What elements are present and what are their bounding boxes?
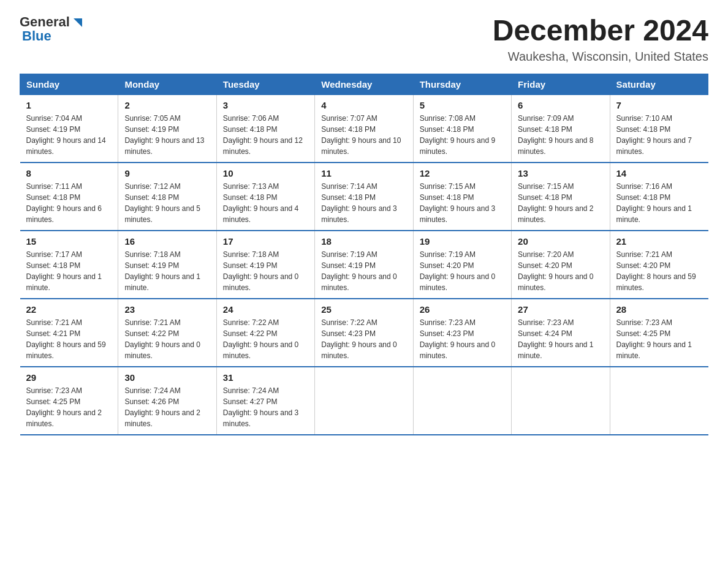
day-cell: 10 Sunrise: 7:13 AMSunset: 4:18 PMDaylig… xyxy=(216,163,314,231)
day-number: 1 xyxy=(26,100,112,110)
day-cell: 14 Sunrise: 7:16 AMSunset: 4:18 PMDaylig… xyxy=(610,163,708,231)
day-number: 25 xyxy=(321,304,406,315)
day-cell: 26 Sunrise: 7:23 AMSunset: 4:23 PMDaylig… xyxy=(413,299,511,367)
day-info: Sunrise: 7:23 AMSunset: 4:23 PMDaylight:… xyxy=(420,317,505,361)
day-cell: 16 Sunrise: 7:18 AMSunset: 4:19 PMDaylig… xyxy=(118,231,216,299)
day-info: Sunrise: 7:21 AMSunset: 4:21 PMDaylight:… xyxy=(26,317,112,361)
day-number: 7 xyxy=(616,100,702,110)
column-header-sunday: Sunday xyxy=(20,74,118,94)
day-info: Sunrise: 7:15 AMSunset: 4:18 PMDaylight:… xyxy=(518,181,603,225)
day-info: Sunrise: 7:16 AMSunset: 4:18 PMDaylight:… xyxy=(616,181,702,225)
day-cell: 12 Sunrise: 7:15 AMSunset: 4:18 PMDaylig… xyxy=(413,163,511,231)
location-text: Waukesha, Wisconsin, United States xyxy=(493,50,708,64)
day-number: 28 xyxy=(616,304,702,315)
column-header-friday: Friday xyxy=(512,74,610,94)
day-number: 19 xyxy=(420,236,505,247)
week-row-1: 1 Sunrise: 7:04 AMSunset: 4:19 PMDayligh… xyxy=(20,94,708,163)
day-cell: 31 Sunrise: 7:24 AMSunset: 4:27 PMDaylig… xyxy=(216,367,314,435)
day-info: Sunrise: 7:15 AMSunset: 4:18 PMDaylight:… xyxy=(420,181,505,225)
column-header-monday: Monday xyxy=(118,74,216,94)
calendar-body: 1 Sunrise: 7:04 AMSunset: 4:19 PMDayligh… xyxy=(20,94,708,435)
day-number: 4 xyxy=(321,100,406,110)
logo-triangle-icon xyxy=(71,16,85,29)
week-row-3: 15 Sunrise: 7:17 AMSunset: 4:18 PMDaylig… xyxy=(20,231,708,299)
day-cell: 19 Sunrise: 7:19 AMSunset: 4:20 PMDaylig… xyxy=(413,231,511,299)
day-cell: 24 Sunrise: 7:22 AMSunset: 4:22 PMDaylig… xyxy=(216,299,314,367)
day-info: Sunrise: 7:23 AMSunset: 4:25 PMDaylight:… xyxy=(26,385,112,429)
day-info: Sunrise: 7:06 AMSunset: 4:18 PMDaylight:… xyxy=(223,113,308,157)
day-number: 16 xyxy=(124,236,210,247)
logo: General Blue xyxy=(20,15,85,43)
day-number: 11 xyxy=(321,168,406,178)
day-number: 20 xyxy=(518,236,603,247)
day-info: Sunrise: 7:13 AMSunset: 4:18 PMDaylight:… xyxy=(223,181,308,225)
day-info: Sunrise: 7:09 AMSunset: 4:18 PMDaylight:… xyxy=(518,113,603,157)
week-row-2: 8 Sunrise: 7:11 AMSunset: 4:18 PMDayligh… xyxy=(20,163,708,231)
day-cell: 2 Sunrise: 7:05 AMSunset: 4:19 PMDayligh… xyxy=(118,94,216,163)
day-cell: 8 Sunrise: 7:11 AMSunset: 4:18 PMDayligh… xyxy=(20,163,118,231)
day-cell: 17 Sunrise: 7:18 AMSunset: 4:19 PMDaylig… xyxy=(216,231,314,299)
day-cell: 11 Sunrise: 7:14 AMSunset: 4:18 PMDaylig… xyxy=(315,163,413,231)
day-info: Sunrise: 7:18 AMSunset: 4:19 PMDaylight:… xyxy=(223,249,308,293)
day-number: 24 xyxy=(223,304,308,315)
day-cell: 7 Sunrise: 7:10 AMSunset: 4:18 PMDayligh… xyxy=(610,94,708,163)
day-cell: 28 Sunrise: 7:23 AMSunset: 4:25 PMDaylig… xyxy=(610,299,708,367)
calendar-table: SundayMondayTuesdayWednesdayThursdayFrid… xyxy=(20,74,708,435)
day-cell xyxy=(413,367,511,435)
day-number: 3 xyxy=(223,100,308,110)
day-info: Sunrise: 7:23 AMSunset: 4:24 PMDaylight:… xyxy=(518,317,603,361)
svg-marker-0 xyxy=(74,18,82,27)
day-info: Sunrise: 7:24 AMSunset: 4:27 PMDaylight:… xyxy=(223,385,308,429)
day-cell: 6 Sunrise: 7:09 AMSunset: 4:18 PMDayligh… xyxy=(512,94,610,163)
day-number: 21 xyxy=(616,236,702,247)
day-number: 13 xyxy=(518,168,603,178)
day-info: Sunrise: 7:04 AMSunset: 4:19 PMDaylight:… xyxy=(26,113,112,157)
day-info: Sunrise: 7:14 AMSunset: 4:18 PMDaylight:… xyxy=(321,181,406,225)
logo-general-text: General xyxy=(20,15,70,29)
day-number: 6 xyxy=(518,100,603,110)
day-info: Sunrise: 7:08 AMSunset: 4:18 PMDaylight:… xyxy=(420,113,505,157)
column-header-wednesday: Wednesday xyxy=(315,74,413,94)
column-header-thursday: Thursday xyxy=(413,74,511,94)
day-info: Sunrise: 7:22 AMSunset: 4:23 PMDaylight:… xyxy=(321,317,406,361)
day-info: Sunrise: 7:05 AMSunset: 4:19 PMDaylight:… xyxy=(124,113,210,157)
day-cell: 21 Sunrise: 7:21 AMSunset: 4:20 PMDaylig… xyxy=(610,231,708,299)
day-cell: 18 Sunrise: 7:19 AMSunset: 4:19 PMDaylig… xyxy=(315,231,413,299)
column-header-tuesday: Tuesday xyxy=(216,74,314,94)
day-cell: 4 Sunrise: 7:07 AMSunset: 4:18 PMDayligh… xyxy=(315,94,413,163)
day-info: Sunrise: 7:19 AMSunset: 4:20 PMDaylight:… xyxy=(420,249,505,293)
day-number: 15 xyxy=(26,236,112,247)
month-title: December 2024 xyxy=(493,15,708,47)
column-header-saturday: Saturday xyxy=(610,74,708,94)
day-number: 17 xyxy=(223,236,308,247)
logo-blue-text: Blue xyxy=(22,29,51,43)
day-info: Sunrise: 7:07 AMSunset: 4:18 PMDaylight:… xyxy=(321,113,406,157)
day-info: Sunrise: 7:12 AMSunset: 4:18 PMDaylight:… xyxy=(124,181,210,225)
day-cell: 1 Sunrise: 7:04 AMSunset: 4:19 PMDayligh… xyxy=(20,94,118,163)
day-number: 27 xyxy=(518,304,603,315)
day-cell: 27 Sunrise: 7:23 AMSunset: 4:24 PMDaylig… xyxy=(512,299,610,367)
day-number: 22 xyxy=(26,304,112,315)
day-cell xyxy=(315,367,413,435)
day-info: Sunrise: 7:18 AMSunset: 4:19 PMDaylight:… xyxy=(124,249,210,293)
day-info: Sunrise: 7:23 AMSunset: 4:25 PMDaylight:… xyxy=(616,317,702,361)
day-info: Sunrise: 7:24 AMSunset: 4:26 PMDaylight:… xyxy=(124,385,210,429)
day-cell: 23 Sunrise: 7:21 AMSunset: 4:22 PMDaylig… xyxy=(118,299,216,367)
day-cell xyxy=(610,367,708,435)
day-number: 5 xyxy=(420,100,505,110)
day-cell: 29 Sunrise: 7:23 AMSunset: 4:25 PMDaylig… xyxy=(20,367,118,435)
day-cell: 25 Sunrise: 7:22 AMSunset: 4:23 PMDaylig… xyxy=(315,299,413,367)
week-row-4: 22 Sunrise: 7:21 AMSunset: 4:21 PMDaylig… xyxy=(20,299,708,367)
day-number: 18 xyxy=(321,236,406,247)
day-cell: 22 Sunrise: 7:21 AMSunset: 4:21 PMDaylig… xyxy=(20,299,118,367)
header-row: SundayMondayTuesdayWednesdayThursdayFrid… xyxy=(20,74,708,94)
day-cell: 13 Sunrise: 7:15 AMSunset: 4:18 PMDaylig… xyxy=(512,163,610,231)
day-number: 12 xyxy=(420,168,505,178)
day-number: 10 xyxy=(223,168,308,178)
day-info: Sunrise: 7:10 AMSunset: 4:18 PMDaylight:… xyxy=(616,113,702,157)
day-cell: 20 Sunrise: 7:20 AMSunset: 4:20 PMDaylig… xyxy=(512,231,610,299)
day-info: Sunrise: 7:22 AMSunset: 4:22 PMDaylight:… xyxy=(223,317,308,361)
day-number: 30 xyxy=(124,372,210,383)
day-cell: 30 Sunrise: 7:24 AMSunset: 4:26 PMDaylig… xyxy=(118,367,216,435)
day-cell: 9 Sunrise: 7:12 AMSunset: 4:18 PMDayligh… xyxy=(118,163,216,231)
